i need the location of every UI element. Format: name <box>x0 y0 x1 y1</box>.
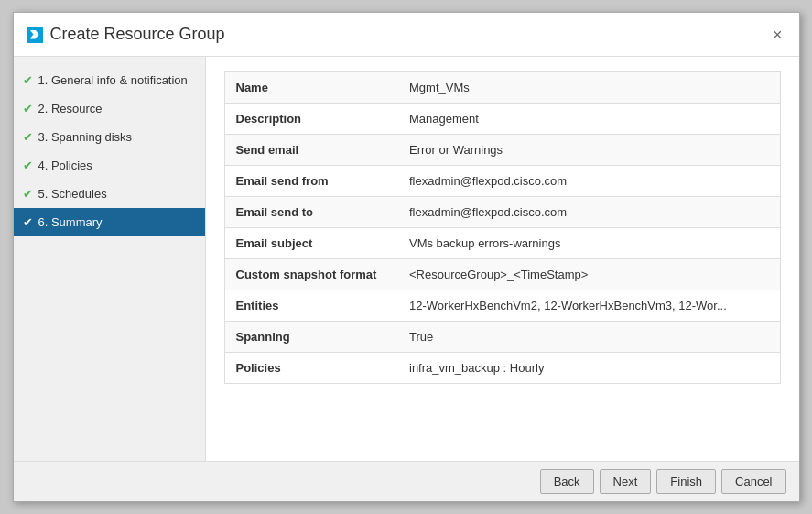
row-label: Send email <box>224 135 398 166</box>
row-value: True <box>398 322 780 353</box>
row-value: Error or Warnings <box>398 135 780 166</box>
sidebar-item-step4[interactable]: ✔4. Policies <box>14 151 205 180</box>
dialog-footer: Back Next Finish Cancel <box>14 461 799 501</box>
sidebar-item-step6[interactable]: ✔6. Summary <box>14 208 205 236</box>
sidebar-item-label: 2. Resource <box>38 102 103 115</box>
summary-table: NameMgmt_VMsDescriptionManagementSend em… <box>224 71 781 384</box>
checkmark-icon: ✔ <box>23 187 33 201</box>
table-row: Email send toflexadmin@flexpod.cisco.com <box>224 197 780 228</box>
row-label: Description <box>224 104 398 135</box>
close-button[interactable]: × <box>769 25 786 45</box>
table-row: Send emailError or Warnings <box>224 135 780 166</box>
sidebar: ✔1. General info & notification✔2. Resou… <box>14 57 206 461</box>
dialog-header: Create Resource Group × <box>14 13 799 57</box>
row-label: Name <box>224 72 398 104</box>
row-label: Spanning <box>224 322 398 353</box>
row-value: flexadmin@flexpod.cisco.com <box>398 197 780 228</box>
cancel-button[interactable]: Cancel <box>721 469 785 494</box>
row-value: VMs backup errors-warnings <box>398 228 780 259</box>
sidebar-item-step3[interactable]: ✔3. Spanning disks <box>14 123 205 151</box>
row-label: Email send to <box>224 197 398 228</box>
sidebar-item-label: 3. Spanning disks <box>38 130 133 144</box>
row-label: Entities <box>224 290 398 322</box>
table-row: Custom snapshot format<ResourceGroup>_<T… <box>224 259 780 290</box>
row-label: Policies <box>224 353 398 384</box>
row-label: Custom snapshot format <box>224 259 398 290</box>
checkmark-icon: ✔ <box>23 102 33 115</box>
checkmark-icon: ✔ <box>23 159 33 172</box>
checkmark-icon: ✔ <box>23 73 33 87</box>
sidebar-item-step2[interactable]: ✔2. Resource <box>14 94 205 123</box>
table-row: Entities12-WorkerHxBenchVm2, 12-WorkerHx… <box>224 290 780 322</box>
row-label: Email send from <box>224 166 398 197</box>
checkmark-icon: ✔ <box>23 215 33 229</box>
row-value: Management <box>398 104 780 135</box>
table-row: NameMgmt_VMs <box>224 72 780 104</box>
checkmark-icon: ✔ <box>23 130 33 144</box>
sidebar-item-label: 1. General info & notification <box>38 73 188 87</box>
row-value: 12-WorkerHxBenchVm2, 12-WorkerHxBenchVm3… <box>398 290 780 322</box>
sidebar-item-label: 5. Schedules <box>38 187 107 201</box>
finish-button[interactable]: Finish <box>656 469 716 494</box>
dialog-title: Create Resource Group <box>50 25 225 44</box>
table-row: Email subjectVMs backup errors-warnings <box>224 228 780 259</box>
table-row: Email send fromflexadmin@flexpod.cisco.c… <box>224 166 780 197</box>
dialog-body: ✔1. General info & notification✔2. Resou… <box>14 57 799 461</box>
main-content: NameMgmt_VMsDescriptionManagementSend em… <box>206 57 799 461</box>
row-label: Email subject <box>224 228 398 259</box>
row-value: <ResourceGroup>_<TimeStamp> <box>398 259 780 290</box>
sidebar-item-label: 6. Summary <box>38 215 103 229</box>
title-area: Create Resource Group <box>27 25 225 44</box>
next-button[interactable]: Next <box>600 469 652 494</box>
back-button[interactable]: Back <box>540 469 594 494</box>
sidebar-item-label: 4. Policies <box>38 159 92 172</box>
table-row: SpanningTrue <box>224 322 780 353</box>
sidebar-item-step5[interactable]: ✔5. Schedules <box>14 180 205 208</box>
row-value: infra_vm_backup : Hourly <box>398 353 780 384</box>
create-resource-group-dialog: Create Resource Group × ✔1. General info… <box>13 12 800 502</box>
cisco-logo-icon <box>27 27 43 43</box>
table-row: DescriptionManagement <box>224 104 780 135</box>
row-value: flexadmin@flexpod.cisco.com <box>398 166 780 197</box>
sidebar-item-step1[interactable]: ✔1. General info & notification <box>14 66 205 94</box>
row-value: Mgmt_VMs <box>398 72 780 104</box>
table-row: Policiesinfra_vm_backup : Hourly <box>224 353 780 384</box>
